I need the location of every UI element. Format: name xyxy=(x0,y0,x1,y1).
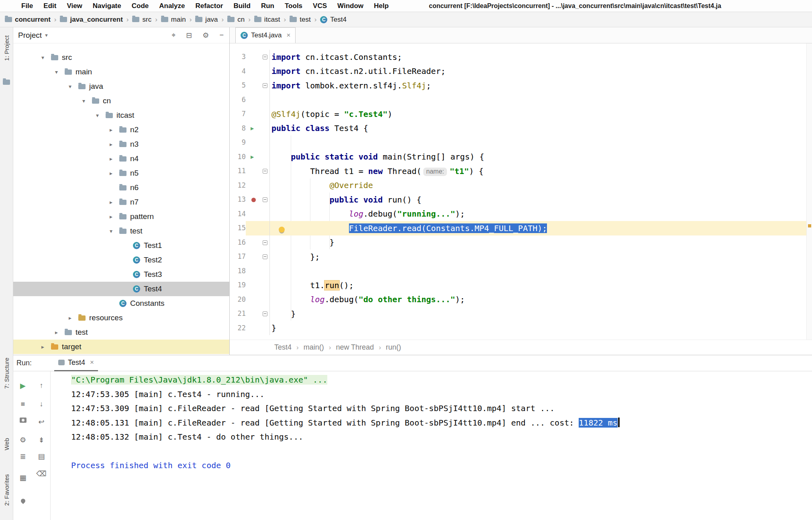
editor-breadcrumb-main[interactable]: main() xyxy=(304,343,324,352)
fold-icon[interactable] xyxy=(263,83,267,88)
chevron-open-icon[interactable]: ▾ xyxy=(110,228,119,234)
chevron-closed-icon[interactable]: ▸ xyxy=(110,127,119,133)
chevron-closed-icon[interactable]: ▸ xyxy=(110,141,119,147)
down-button[interactable]: ↓ xyxy=(33,400,50,408)
tool-stripe-1-project[interactable]: 1: Project xyxy=(0,35,13,61)
clear-button[interactable]: ⌫ xyxy=(33,469,50,478)
code-line-4[interactable]: 4import cn.itcast.n2.util.FileReader; xyxy=(230,64,806,79)
intention-bulb-icon[interactable] xyxy=(279,227,285,233)
editor-breadcrumb-new-thread[interactable]: new Thread xyxy=(336,343,374,352)
code-line-20[interactable]: 20 log.debug("do other things..."); xyxy=(230,293,806,307)
breadcrumb-item-src[interactable]: src xyxy=(132,16,151,24)
chevron-open-icon[interactable]: ▾ xyxy=(96,112,106,119)
chevron-open-icon[interactable]: ▾ xyxy=(82,98,92,104)
chevron-closed-icon[interactable]: ▸ xyxy=(69,315,78,321)
thread-dump-button[interactable] xyxy=(13,416,33,425)
menu-item-navigate[interactable]: Navigate xyxy=(88,2,126,10)
tree-item-itcast[interactable]: ▾itcast xyxy=(13,108,229,123)
fold-icon[interactable] xyxy=(263,240,267,245)
tree-item-n3[interactable]: ▸n3 xyxy=(13,137,229,151)
console-menu-button[interactable]: ≣ xyxy=(13,452,33,461)
menu-item-view[interactable]: View xyxy=(61,2,87,10)
code-line-15[interactable]: 15 FileReader.read(Constants.MP4_FULL_PA… xyxy=(230,221,806,235)
tree-item-test[interactable]: ▸test xyxy=(13,325,229,340)
chevron-closed-icon[interactable]: ▸ xyxy=(110,156,119,162)
fold-icon[interactable] xyxy=(263,311,267,316)
tree-item-test1[interactable]: CTest1 xyxy=(13,238,229,253)
print-button[interactable]: ▤ xyxy=(33,452,50,461)
rerun-button[interactable]: ▶ xyxy=(13,381,33,390)
console-output[interactable]: "C:\Program Files\Java\jdk1.8.0_212\bin\… xyxy=(51,371,812,520)
run-tab-test4[interactable]: Test4 × xyxy=(54,355,98,371)
stop-button[interactable]: ■ xyxy=(13,400,33,408)
tree-item-test4[interactable]: CTest4 xyxy=(13,282,229,296)
run-line-icon[interactable]: ▶ xyxy=(251,125,254,131)
hide-icon[interactable]: − xyxy=(219,31,224,40)
tree-item-src[interactable]: ▾src xyxy=(13,50,229,65)
chevron-closed-icon[interactable]: ▸ xyxy=(110,170,119,176)
restore-layout-button[interactable]: ▦ xyxy=(13,473,33,482)
tool-stripe-2-favorites[interactable]: 2: Favorites xyxy=(0,474,13,506)
tree-item-target[interactable]: ▸target xyxy=(13,340,229,354)
menu-item-window[interactable]: Window xyxy=(332,2,369,10)
menu-item-build[interactable]: Build xyxy=(228,2,256,10)
tree-item-pattern[interactable]: ▸pattern xyxy=(13,209,229,224)
close-icon[interactable]: × xyxy=(287,31,291,39)
editor-scrollbar[interactable] xyxy=(806,43,812,340)
code-line-8[interactable]: 8▶public class Test4 { xyxy=(230,121,806,136)
editor-tab-test4[interactable]: C Test4.java × xyxy=(235,27,296,43)
chevron-open-icon[interactable]: ▾ xyxy=(41,54,51,61)
code-line-16[interactable]: 16 } xyxy=(230,235,806,250)
code-line-13[interactable]: 13 public void run() { xyxy=(230,192,806,207)
tree-item-test2[interactable]: CTest2 xyxy=(13,253,229,267)
soft-wrap-button[interactable]: ↩ xyxy=(33,418,50,426)
code-line-7[interactable]: 7@Slf4j(topic = "c.Test4") xyxy=(230,107,806,121)
settings-button[interactable]: ⚙ xyxy=(13,436,33,444)
code-line-22[interactable]: 22} xyxy=(230,321,806,336)
collapse-all-icon[interactable]: ⊟ xyxy=(186,31,192,40)
tree-item-main[interactable]: ▾main xyxy=(13,65,229,79)
menu-item-refactor[interactable]: Refactor xyxy=(190,2,228,10)
tree-item-test[interactable]: ▾test xyxy=(13,224,229,238)
code-line-3[interactable]: 3import cn.itcast.Constants; xyxy=(230,50,806,64)
menu-item-edit[interactable]: Edit xyxy=(38,2,61,10)
fold-icon[interactable] xyxy=(263,197,267,202)
code-line-19[interactable]: 19 t1.run(); xyxy=(230,278,806,293)
pin-button[interactable] xyxy=(13,497,33,505)
scroll-to-end-button[interactable]: ⇟ xyxy=(33,436,50,444)
code-line-18[interactable]: 18 xyxy=(230,264,806,278)
menu-item-tools[interactable]: Tools xyxy=(280,2,308,10)
tool-stripe-web[interactable]: Web xyxy=(0,438,13,450)
code-line-9[interactable]: 9 xyxy=(230,135,806,150)
project-view-selector[interactable]: Project ▾ xyxy=(18,31,48,40)
breadcrumb-item-main[interactable]: main xyxy=(161,16,186,24)
breadcrumb-item-test[interactable]: test xyxy=(290,16,310,24)
tree-item-constants[interactable]: CConstants xyxy=(13,296,229,311)
code-line-17[interactable]: 17 }; xyxy=(230,250,806,264)
breadcrumb-item-cn[interactable]: cn xyxy=(227,16,245,24)
breadcrumb-item-java[interactable]: java xyxy=(195,16,218,24)
editor-breadcrumb-test4[interactable]: Test4 xyxy=(274,343,292,352)
breadcrumb-item-test4[interactable]: CTest4 xyxy=(320,16,347,24)
menu-item-vcs[interactable]: VCS xyxy=(308,2,332,10)
code-line-14[interactable]: 14 log.debug("running..."); xyxy=(230,207,806,221)
menu-item-code[interactable]: Code xyxy=(126,2,154,10)
code-line-6[interactable]: 6 xyxy=(230,93,806,107)
menu-item-help[interactable]: Help xyxy=(369,2,394,10)
tree-item-n5[interactable]: ▸n5 xyxy=(13,166,229,180)
settings-icon[interactable]: ⚙ xyxy=(202,31,209,40)
up-button[interactable]: ↑ xyxy=(33,381,50,390)
code-line-5[interactable]: 5import lombok.extern.slf4j.Slf4j; xyxy=(230,78,806,93)
chevron-open-icon[interactable]: ▾ xyxy=(69,83,78,90)
tree-item-n2[interactable]: ▸n2 xyxy=(13,123,229,137)
code-line-11[interactable]: 11 Thread t1 = new Thread(name:"t1") { xyxy=(230,164,806,178)
breadcrumb-item-concurrent[interactable]: concurrent xyxy=(5,16,51,24)
run-line-icon[interactable]: ▶ xyxy=(251,154,254,160)
menu-item-file[interactable]: File xyxy=(16,2,38,10)
chevron-closed-icon[interactable]: ▸ xyxy=(110,213,119,220)
fold-icon[interactable] xyxy=(263,55,267,59)
tree-item-n4[interactable]: ▸n4 xyxy=(13,151,229,166)
override-marker-icon[interactable] xyxy=(251,198,256,202)
close-icon[interactable]: × xyxy=(90,358,94,366)
code-area[interactable]: 3import cn.itcast.Constants;4import cn.i… xyxy=(230,43,806,340)
